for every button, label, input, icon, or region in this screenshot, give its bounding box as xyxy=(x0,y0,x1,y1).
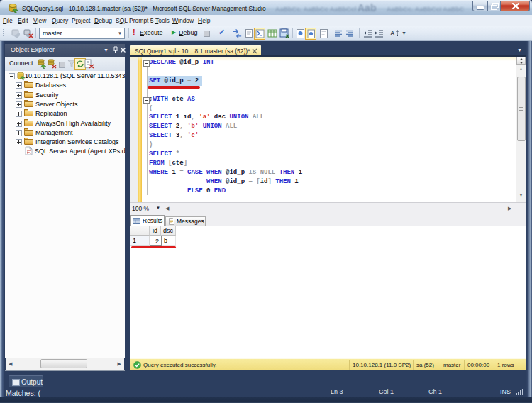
svg-text:A: A xyxy=(390,30,395,37)
